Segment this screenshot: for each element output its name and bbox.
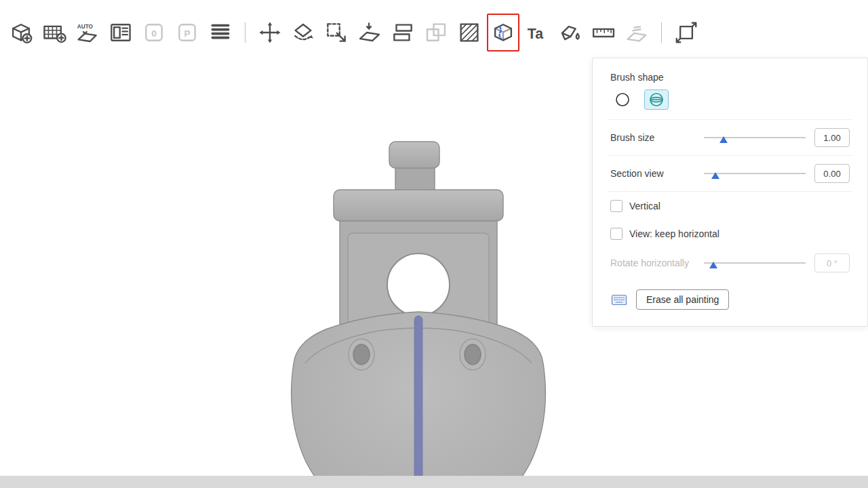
keep-horizontal-label: View: keep horizontal [629,228,719,239]
assembly-view-button[interactable] [671,16,702,49]
svg-text:AUTO: AUTO [77,24,94,30]
viewport-bottom-band [0,476,868,488]
brush-shape-label: Brush shape [610,69,850,89]
brush-size-slider-thumb[interactable] [719,136,728,143]
keyboard-shortcut-icon [610,293,628,306]
zero-badge-button: 0 [138,16,170,49]
svg-text:P: P [184,28,190,39]
section-view-slider-thumb[interactable] [711,172,719,179]
measure-button[interactable] [588,16,619,49]
section-view-value[interactable]: 0.00 [814,164,850,183]
rotate-button[interactable] [288,16,319,49]
seam-painting-panel: Brush shape Brush size 1. [592,58,868,327]
top-toolbar: AUTO 0 P [0,0,868,58]
plate-settings-button: P [172,16,203,49]
section-view-label: Section view [610,168,704,179]
keep-horizontal-checkbox[interactable] [610,228,623,240]
vertical-label: Vertical [629,201,660,211]
brush-shape-options [610,89,850,119]
seam-paint-stripe [414,316,422,488]
slicer-window: AUTO 0 P [0,0,868,488]
cut-button[interactable] [387,16,418,49]
brush-size-label: Brush size [610,132,704,143]
arrange-button[interactable] [105,16,136,49]
benchy-cabin-roof [334,190,503,221]
benchy-window-hole [387,253,450,316]
rotate-horizontally-slider-track[interactable] [704,262,806,264]
brush-size-slider[interactable] [704,131,806,144]
toolbar-separator [661,22,662,43]
section-view-row: Section view 0.00 [610,156,850,191]
seam-painting-button[interactable] [487,14,519,52]
erase-all-painting-button[interactable]: Erase all painting [636,289,729,310]
benchy-funnel-rim [389,142,439,168]
rotate-horizontally-value[interactable]: 0 ° [814,253,850,272]
auto-orient-button[interactable]: AUTO [72,16,103,49]
place-on-face-button[interactable] [354,16,385,49]
vertical-checkbox[interactable] [610,200,623,212]
circle-brush-option[interactable] [610,89,635,110]
support-painting-button [621,16,652,49]
svg-text:0: 0 [151,28,157,39]
vertical-row: Vertical [610,192,850,220]
rotate-horizontally-slider-thumb[interactable] [709,262,717,268]
rotate-horizontally-label: Rotate horizontally [610,258,704,268]
scale-button[interactable] [321,16,352,49]
variable-layers-button[interactable] [205,16,236,49]
keep-horizontal-row: View: keep horizontal [610,220,850,247]
move-button[interactable] [254,16,285,49]
brush-size-value[interactable]: 1.00 [814,128,850,147]
benchy-hawse-hole-right [465,344,481,365]
benchy-hawse-hole-left [353,344,370,365]
brush-size-row: Brush size 1.00 [610,120,850,155]
section-view-slider[interactable] [704,167,806,180]
text-tool-button[interactable]: Ta [521,16,553,49]
layer-height-button[interactable] [454,16,485,49]
circle-brush-icon [616,94,629,106]
svg-text:Ta: Ta [528,26,543,41]
toolbar-separator [245,22,245,43]
erase-row: Erase all painting [610,289,850,310]
sphere-brush-icon [648,91,665,108]
section-view-slider-track[interactable] [704,173,806,174]
color-painting-button[interactable] [555,16,586,49]
split-to-parts-button [420,16,452,49]
rotate-horizontally-slider[interactable] [704,256,806,270]
add-object-button[interactable] [5,16,37,49]
add-plate-button[interactable] [39,16,70,49]
rotate-horizontally-row: Rotate horizontally 0 ° [610,247,850,279]
sphere-brush-option[interactable] [644,89,669,110]
